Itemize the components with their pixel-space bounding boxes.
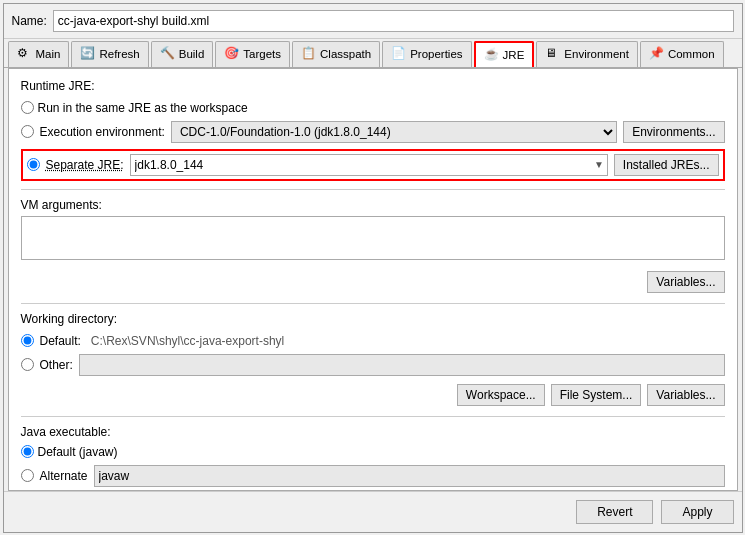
separate-radio[interactable] [27, 158, 40, 171]
vm-section: VM arguments: [21, 198, 725, 263]
tab-build[interactable]: 🔨 Build [151, 41, 214, 67]
tab-main[interactable]: ⚙ Main [8, 41, 70, 67]
default-javaw-row: Default (javaw) [21, 445, 725, 459]
environment-icon: 🖥 [545, 46, 561, 62]
revert-button[interactable]: Revert [576, 500, 653, 524]
tabs-bar: ⚙ Main 🔄 Refresh 🔨 Build 🎯 Targets 📋 Cla… [4, 39, 742, 68]
name-input[interactable] [53, 10, 734, 32]
other-radio[interactable] [21, 358, 34, 371]
java-executable-label: Java executable: [21, 425, 725, 439]
tab-refresh[interactable]: 🔄 Refresh [71, 41, 148, 67]
tab-properties[interactable]: 📄 Properties [382, 41, 471, 67]
build-icon: 🔨 [160, 46, 176, 62]
execution-select[interactable]: CDC-1.0/Foundation-1.0 (jdk1.8.0_144) [171, 121, 617, 143]
separate-jre-row: Separate JRE: jdk1.8.0_144 Installed JRE… [21, 149, 725, 181]
workspace-buttons-row: Workspace... File System... Variables... [21, 384, 725, 406]
name-label: Name: [12, 14, 47, 28]
workspace-button[interactable]: Workspace... [457, 384, 545, 406]
alternate-label: Alternate [40, 469, 88, 483]
other-input[interactable] [79, 354, 725, 376]
file-system-button[interactable]: File System... [551, 384, 642, 406]
default-radio-row: Default: C:\Rex\SVN\shyl\cc-java-export-… [21, 332, 725, 350]
divider1 [21, 189, 725, 190]
execution-radio-row: Execution environment: CDC-1.0/Foundatio… [21, 121, 725, 143]
tab-jre[interactable]: ☕ JRE [474, 41, 535, 67]
alternate-row: Alternate [21, 465, 725, 487]
default-javaw-label: Default (javaw) [38, 445, 118, 459]
vm-textarea-wrapper [21, 216, 725, 263]
main-icon: ⚙ [17, 46, 33, 62]
common-icon: 📌 [649, 46, 665, 62]
java-section: Java executable: Default (javaw) Alterna… [21, 425, 725, 487]
tab-common[interactable]: 📌 Common [640, 41, 724, 67]
default-path: C:\Rex\SVN\shyl\cc-java-export-shyl [87, 332, 725, 350]
other-radio-row: Other: [21, 354, 725, 376]
classpath-icon: 📋 [301, 46, 317, 62]
targets-icon: 🎯 [224, 46, 240, 62]
divider3 [21, 416, 725, 417]
variables-row: Variables... [21, 271, 725, 293]
content-panel: Runtime JRE: Run in the same JRE as the … [8, 68, 738, 491]
default-radio[interactable] [21, 334, 34, 347]
variables-button[interactable]: Variables... [647, 271, 724, 293]
installed-jres-button[interactable]: Installed JREs... [614, 154, 719, 176]
tab-environment[interactable]: 🖥 Environment [536, 41, 638, 67]
workspace-radio-row: Run in the same JRE as the workspace [21, 101, 725, 115]
vm-arguments-input[interactable] [21, 216, 725, 260]
apply-button[interactable]: Apply [661, 500, 733, 524]
name-row: Name: [4, 4, 742, 39]
alternate-radio[interactable] [21, 469, 34, 482]
jre-icon: ☕ [484, 47, 500, 63]
execution-radio-label: Execution environment: [40, 125, 165, 139]
divider2 [21, 303, 725, 304]
working-directory-label: Working directory: [21, 312, 725, 326]
runtime-jre-title: Runtime JRE: [21, 79, 725, 93]
workspace-radio-label: Run in the same JRE as the workspace [38, 101, 248, 115]
environments-button[interactable]: Environments... [623, 121, 724, 143]
separate-radio-label: Separate JRE: [46, 158, 124, 172]
dialog: Name: ⚙ Main 🔄 Refresh 🔨 Build 🎯 Targets… [3, 3, 743, 533]
default-radio-label: Default: [40, 334, 81, 348]
default-javaw-radio[interactable] [21, 445, 34, 458]
tab-targets[interactable]: 🎯 Targets [215, 41, 290, 67]
vm-arguments-label: VM arguments: [21, 198, 725, 212]
variables2-button[interactable]: Variables... [647, 384, 724, 406]
other-radio-label: Other: [40, 358, 73, 372]
tab-classpath[interactable]: 📋 Classpath [292, 41, 380, 67]
properties-icon: 📄 [391, 46, 407, 62]
footer: Revert Apply [4, 491, 742, 532]
alternate-input[interactable] [94, 465, 725, 487]
working-section: Working directory: Default: C:\Rex\SVN\s… [21, 312, 725, 376]
separate-select-wrapper: jdk1.8.0_144 [130, 154, 608, 176]
refresh-icon: 🔄 [80, 46, 96, 62]
separate-select[interactable]: jdk1.8.0_144 [130, 154, 608, 176]
workspace-radio[interactable] [21, 101, 34, 114]
execution-radio[interactable] [21, 125, 34, 138]
